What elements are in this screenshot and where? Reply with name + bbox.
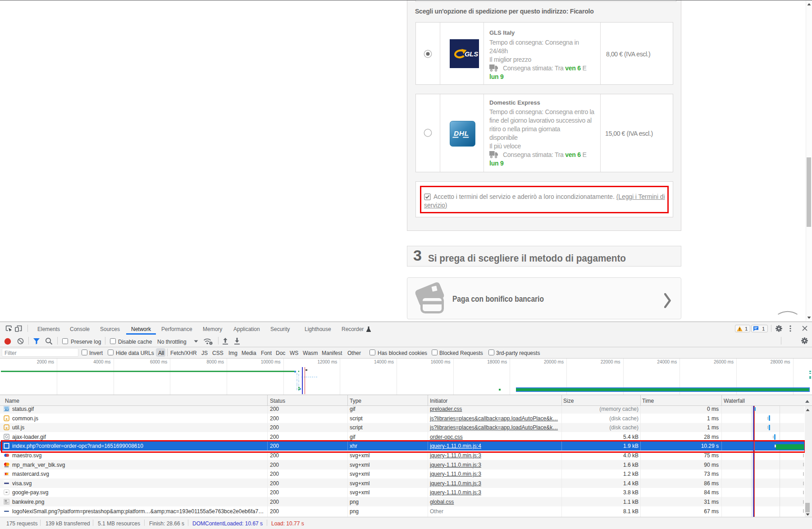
svg-text:GLS: GLS <box>465 50 478 58</box>
svg-text:DHL: DHL <box>454 129 469 137</box>
